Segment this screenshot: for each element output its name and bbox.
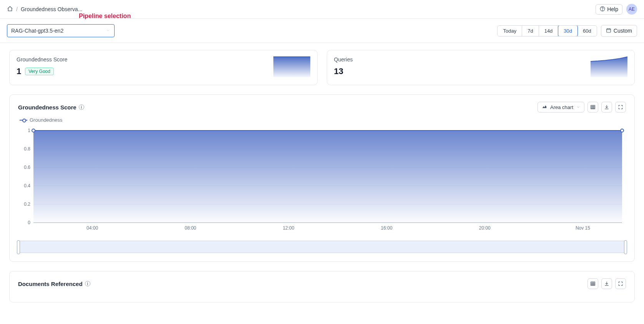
time-range-option[interactable]: Today <box>498 26 522 36</box>
card-title: Queries <box>334 56 628 63</box>
chart-legend[interactable]: Groundedness <box>20 117 626 123</box>
help-label: Help <box>607 6 618 12</box>
svg-rect-3 <box>591 105 595 109</box>
mini-chart-groundedness <box>273 56 310 77</box>
svg-point-17 <box>621 129 624 132</box>
summary-cards-row: Groundedness Score 1 Very Good Queries 1… <box>9 50 635 85</box>
breadcrumb-current: Groundedness Observa... <box>21 6 82 12</box>
svg-text:04:00: 04:00 <box>87 225 98 231</box>
card-value: 1 <box>17 66 21 76</box>
svg-text:1: 1 <box>28 128 30 133</box>
svg-point-16 <box>32 129 35 132</box>
panel-title: Groundedness Score i <box>18 104 84 111</box>
svg-text:0.8: 0.8 <box>24 146 30 152</box>
time-range-option[interactable]: 30d <box>558 25 578 36</box>
breadcrumb: / Groundedness Observa... <box>7 6 82 13</box>
panel-title: Documents Referenced i <box>18 281 90 287</box>
time-range-option[interactable]: 7d <box>522 26 539 36</box>
card-groundedness: Groundedness Score 1 Very Good <box>9 50 318 85</box>
status-badge: Very Good <box>25 68 54 75</box>
fullscreen-button[interactable] <box>615 278 626 289</box>
svg-text:Nov 15: Nov 15 <box>576 225 590 231</box>
svg-text:08:00: 08:00 <box>185 225 196 231</box>
chart-area: 00.20.40.60.8104:0008:0012:0016:0020:00N… <box>18 127 626 235</box>
download-button[interactable] <box>601 102 612 112</box>
panel-tools: Area chart <box>537 102 626 112</box>
help-icon <box>600 6 605 13</box>
chart-type-select[interactable]: Area chart <box>537 102 584 112</box>
pipeline-select[interactable]: RAG-Chat-gpt3.5-en2 <box>7 24 115 37</box>
card-value: 13 <box>334 66 343 76</box>
avatar[interactable]: AE <box>626 4 637 15</box>
svg-text:16:00: 16:00 <box>381 225 393 231</box>
panel-tools <box>587 278 626 289</box>
time-range-option[interactable]: 14d <box>539 26 559 36</box>
table-view-button[interactable] <box>587 278 598 289</box>
mini-chart-queries <box>591 56 627 77</box>
top-right: Help AE <box>596 4 637 15</box>
legend-marker-icon <box>20 118 27 122</box>
svg-text:12:00: 12:00 <box>283 225 294 231</box>
svg-point-1 <box>602 10 603 10</box>
home-icon[interactable] <box>7 6 13 13</box>
groundedness-area-chart: 00.20.40.60.8104:0008:0012:0016:0020:00N… <box>18 127 626 234</box>
time-range-custom-button[interactable]: Custom <box>601 25 637 37</box>
legend-label: Groundedness <box>30 117 62 123</box>
panel-title-text: Groundedness Score <box>18 104 77 111</box>
download-button[interactable] <box>601 278 612 289</box>
slider-handle-left[interactable] <box>17 240 20 254</box>
svg-rect-25 <box>591 282 595 285</box>
chart-type-label: Area chart <box>550 104 573 110</box>
toolbar: RAG-Chat-gpt3.5-en2 Today7d14d30d60d Cus… <box>0 19 644 43</box>
panel-title-text: Documents Referenced <box>18 281 83 287</box>
time-range-slider[interactable] <box>18 241 626 253</box>
chevron-down-icon <box>106 28 110 34</box>
table-view-button[interactable] <box>587 102 598 112</box>
breadcrumb-sep: / <box>16 6 18 12</box>
panel-documents-referenced: Documents Referenced i <box>9 271 635 303</box>
svg-text:0: 0 <box>28 220 30 225</box>
card-title: Groundedness Score <box>17 56 310 63</box>
fullscreen-button[interactable] <box>615 102 626 112</box>
svg-rect-2 <box>607 28 611 32</box>
calendar-icon <box>606 28 611 34</box>
area-chart-icon <box>542 104 547 111</box>
svg-text:20:00: 20:00 <box>479 225 491 231</box>
time-range-option[interactable]: 60d <box>577 26 597 36</box>
svg-text:0.2: 0.2 <box>24 202 30 207</box>
pipeline-selected-label: RAG-Chat-gpt3.5-en2 <box>11 28 63 34</box>
content-area: Groundedness Score 1 Very Good Queries 1… <box>0 43 644 324</box>
time-range-group: Today7d14d30d60d Custom <box>497 25 637 37</box>
slider-handle-right[interactable] <box>624 240 627 254</box>
custom-label: Custom <box>614 28 632 34</box>
chevron-down-icon <box>576 104 580 110</box>
time-range-segmented: Today7d14d30d60d <box>497 25 597 36</box>
help-button[interactable]: Help <box>596 4 622 15</box>
card-queries: Queries 13 <box>327 50 635 85</box>
info-icon[interactable]: i <box>79 104 84 110</box>
panel-groundedness-chart: Groundedness Score i Area chart <box>9 94 635 262</box>
info-icon[interactable]: i <box>85 281 90 286</box>
svg-text:0.6: 0.6 <box>24 165 30 170</box>
svg-text:0.4: 0.4 <box>24 183 30 188</box>
